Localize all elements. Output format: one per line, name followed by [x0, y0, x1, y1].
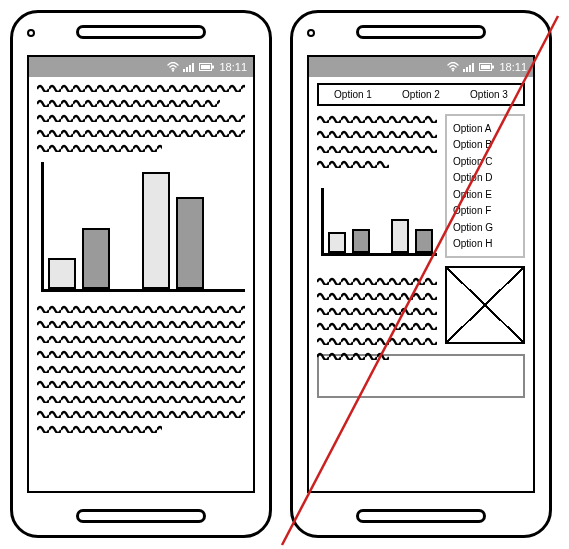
chart-bar [48, 258, 76, 289]
tab-bar: Option 1 Option 2 Option 3 [317, 83, 525, 106]
option-item[interactable]: Option A [451, 122, 519, 135]
option-item[interactable]: Option G [451, 221, 519, 234]
svg-rect-15 [492, 66, 494, 69]
camera-dot-icon [307, 29, 315, 37]
chart-bar [142, 172, 170, 289]
battery-icon [199, 62, 215, 72]
speaker-top-icon [356, 25, 486, 39]
tab-item[interactable]: Option 1 [319, 85, 387, 104]
paragraph-placeholder [317, 276, 437, 366]
option-item[interactable]: Option F [451, 204, 519, 217]
wifi-icon [167, 62, 179, 72]
status-time: 18:11 [219, 61, 247, 73]
image-placeholder-icon [445, 266, 525, 344]
svg-rect-12 [472, 63, 474, 72]
speaker-bottom-icon [76, 509, 206, 523]
status-time: 18:11 [499, 61, 527, 73]
svg-rect-3 [189, 65, 191, 72]
tab-item[interactable]: Option 3 [455, 85, 523, 104]
phone-good: 18:11 [10, 10, 272, 538]
phone-bad: 18:11 Option 1 Option 2 Option 3 [290, 10, 552, 538]
svg-rect-11 [469, 65, 471, 72]
status-bar: 18:11 [309, 57, 533, 77]
chart-bar [176, 197, 204, 289]
option-item[interactable]: Option E [451, 188, 519, 201]
option-item[interactable]: Option H [451, 237, 519, 250]
chart-bars [48, 172, 241, 289]
paragraph-placeholder [317, 114, 437, 174]
svg-rect-1 [183, 69, 185, 72]
svg-rect-7 [212, 66, 214, 69]
content-area [29, 77, 253, 491]
status-bar: 18:11 [29, 57, 253, 77]
svg-rect-2 [186, 67, 188, 72]
speaker-bottom-icon [356, 509, 486, 523]
bar-chart [41, 162, 245, 292]
paragraph-placeholder [37, 83, 245, 152]
battery-icon [479, 62, 495, 72]
tab-item[interactable]: Option 2 [387, 85, 455, 104]
content-area: Option 1 Option 2 Option 3 [309, 77, 533, 491]
option-list: Option A Option B Option C Option D Opti… [445, 114, 525, 258]
svg-point-8 [452, 70, 454, 72]
speaker-top-icon [76, 25, 206, 39]
option-item[interactable]: Option D [451, 171, 519, 184]
signal-icon [183, 62, 195, 72]
svg-rect-9 [463, 69, 465, 72]
screen: 18:11 Option 1 Option 2 Option 3 [307, 55, 535, 493]
svg-point-0 [172, 70, 174, 72]
bar-chart [321, 188, 437, 256]
svg-rect-6 [201, 65, 210, 69]
svg-rect-10 [466, 67, 468, 72]
signal-icon [463, 62, 475, 72]
chart-bar [352, 229, 370, 253]
chart-bar [82, 228, 110, 290]
wifi-icon [447, 62, 459, 72]
svg-rect-14 [481, 65, 490, 69]
paragraph-placeholder [37, 304, 245, 433]
chart-bar [415, 229, 433, 253]
svg-rect-4 [192, 63, 194, 72]
chart-bar [391, 219, 409, 253]
option-item[interactable]: Option B [451, 138, 519, 151]
screen: 18:11 [27, 55, 255, 493]
option-item[interactable]: Option C [451, 155, 519, 168]
camera-dot-icon [27, 29, 35, 37]
chart-bars [328, 219, 433, 253]
chart-bar [328, 232, 346, 253]
